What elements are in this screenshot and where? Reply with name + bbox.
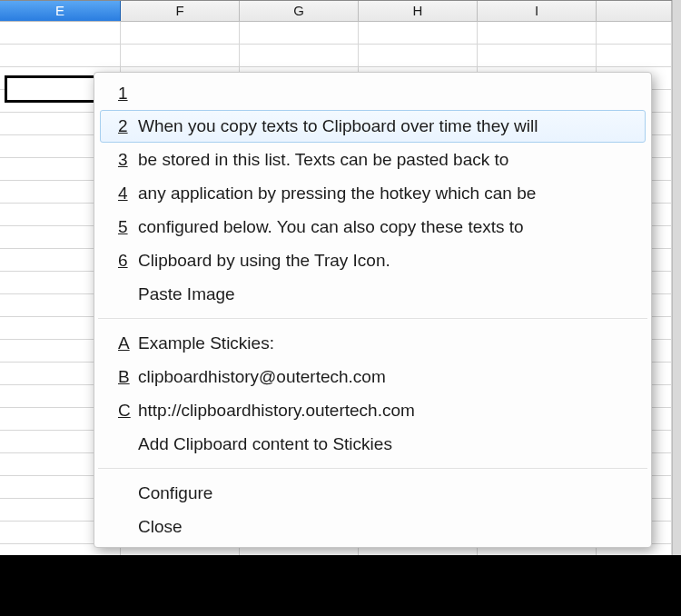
cell[interactable]	[359, 22, 478, 45]
cell[interactable]	[121, 22, 240, 45]
column-header-I[interactable]: I	[478, 1, 597, 21]
menu-item-mnemonic: 6	[118, 251, 131, 271]
cell[interactable]	[0, 45, 121, 67]
grid-row	[0, 45, 672, 67]
menu-item-label: Configure	[138, 483, 212, 503]
column-header-G[interactable]: G	[240, 1, 359, 21]
menu-item[interactable]: 1	[94, 76, 651, 110]
grid-row	[0, 22, 672, 45]
clipboard-history-context-menu[interactable]: 12When you copy texts to Clipboard over …	[94, 72, 652, 548]
menu-item-mnemonic: C	[118, 401, 131, 421]
menu-item[interactable]: Chttp://clipboardhistory.outertech.com	[94, 393, 651, 427]
cell[interactable]	[359, 45, 478, 67]
cell[interactable]	[240, 45, 359, 67]
menu-separator	[98, 468, 647, 469]
cell[interactable]	[0, 22, 121, 45]
cell[interactable]	[597, 45, 672, 67]
menu-item[interactable]: Paste Image	[94, 277, 651, 311]
menu-item-mnemonic: 5	[118, 217, 131, 237]
cell[interactable]	[240, 22, 359, 45]
menu-item-label: Example Stickies:	[138, 333, 274, 353]
column-header-F[interactable]: F	[121, 1, 240, 21]
menu-item[interactable]: 5configured below. You can also copy the…	[94, 210, 651, 243]
menu-item[interactable]: 4any application by pressing the hotkey …	[94, 176, 651, 210]
menu-item-mnemonic: 1	[118, 84, 131, 104]
menu-item[interactable]: Configure	[94, 476, 651, 510]
menu-item-label: Add Clipboard content to Stickies	[138, 434, 392, 454]
menu-item-mnemonic: 2	[118, 116, 131, 136]
menu-item[interactable]: Bclipboardhistory@outertech.com	[94, 360, 651, 393]
cell[interactable]	[121, 45, 240, 67]
cell[interactable]	[478, 45, 597, 67]
menu-item[interactable]: Close	[94, 510, 651, 543]
right-edge-strip	[672, 0, 681, 555]
menu-item-mnemonic: 3	[118, 150, 131, 170]
menu-item-label: http://clipboardhistory.outertech.com	[138, 401, 415, 421]
menu-item[interactable]: 6Clipboard by using the Tray Icon.	[94, 243, 651, 277]
menu-item-label: clipboardhistory@outertech.com	[138, 367, 386, 387]
menu-item-mnemonic: A	[118, 333, 131, 353]
menu-item-label: configured below. You can also copy thes…	[138, 217, 524, 237]
menu-item-label: Paste Image	[138, 284, 235, 304]
menu-item[interactable]: Add Clipboard content to Stickies	[94, 427, 651, 461]
cell[interactable]	[478, 22, 597, 45]
menu-item-label: Close	[138, 517, 183, 537]
menu-item-mnemonic: 4	[118, 184, 131, 204]
menu-item[interactable]: AExample Stickies:	[94, 326, 651, 360]
column-header-H[interactable]: H	[359, 1, 478, 21]
column-headers-row: EFGHI	[0, 0, 672, 22]
menu-item-label: any application by pressing the hotkey w…	[138, 184, 536, 204]
cell[interactable]	[597, 22, 672, 45]
column-header-E[interactable]: E	[0, 1, 121, 21]
menu-item-label: When you copy texts to Clipboard over ti…	[138, 116, 538, 136]
bottom-black-strip	[0, 555, 681, 616]
menu-item-mnemonic: B	[118, 367, 131, 387]
menu-item[interactable]: 2When you copy texts to Clipboard over t…	[100, 110, 646, 143]
menu-item-label: be stored in this list. Texts can be pas…	[138, 150, 508, 170]
menu-item[interactable]: 3be stored in this list. Texts can be pa…	[94, 143, 651, 176]
menu-separator	[98, 318, 647, 319]
menu-item-label: Clipboard by using the Tray Icon.	[138, 251, 390, 271]
column-header-extra[interactable]	[597, 1, 672, 21]
